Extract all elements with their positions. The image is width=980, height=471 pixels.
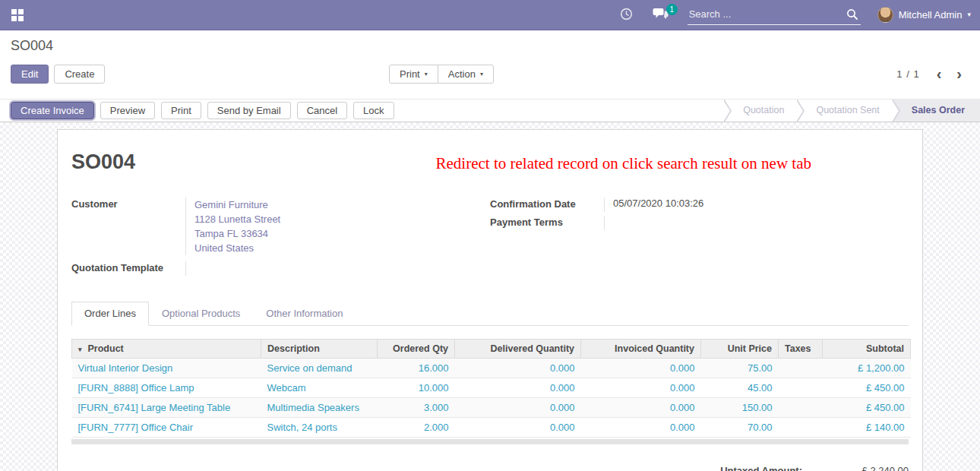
payment-terms-label: Payment Terms xyxy=(490,216,604,230)
table-row[interactable]: [FURN_8888] Office LampWebcam10.0000.000… xyxy=(72,378,911,398)
statusbar-lock-button[interactable]: Lock xyxy=(353,102,394,119)
confirmation-date-value: 05/07/2020 10:03:26 xyxy=(604,198,909,212)
control-panel-buttons-row: Edit Create Print▾ Action▾ 1 / 1 ‹ › xyxy=(11,62,969,85)
customer-address-line: Tampa FL 33634 xyxy=(194,226,490,241)
column-header-delivered-quantity[interactable]: Delivered Quantity xyxy=(455,340,581,359)
table-row[interactable]: [FURN_6741] Large Meeting TableMultimedi… xyxy=(72,398,911,418)
action-dropdown-button[interactable]: Action▾ xyxy=(438,65,494,84)
status-quotation[interactable]: Quotation xyxy=(723,100,796,122)
create-button[interactable]: Create xyxy=(54,65,105,84)
cell-delivered-quantity: 0.000 xyxy=(455,378,581,398)
annotation-note: Redirect to related record on click sear… xyxy=(436,150,811,173)
chevron-down-icon: ▾ xyxy=(480,71,483,77)
cell-description: Multimedia Speakers xyxy=(261,398,378,418)
statusbar-preview-button[interactable]: Preview xyxy=(100,102,155,119)
statusbar-create-invoice-button[interactable]: Create Invoice xyxy=(11,102,94,119)
column-header-subtotal[interactable]: Subtotal xyxy=(823,340,911,359)
customer-address-line: United States xyxy=(194,241,490,255)
customer-address-line: 1128 Lunetta Street xyxy=(194,212,490,226)
cell-description: Webcam xyxy=(261,378,378,398)
cell-delivered-quantity: 0.000 xyxy=(455,359,581,378)
breadcrumb: SO004 xyxy=(11,38,969,54)
status-quotation-sent[interactable]: Quotation Sent xyxy=(796,100,891,122)
user-name: Mitchell Admin xyxy=(899,9,963,21)
cell-ordered-qty: 3.000 xyxy=(378,398,455,418)
user-menu[interactable]: Mitchell Admin ▾ xyxy=(873,0,980,30)
statusbar-print-button[interactable]: Print xyxy=(161,102,201,119)
cell-invoiced-quantity: 0.000 xyxy=(581,378,701,398)
apps-menu-icon[interactable] xyxy=(0,0,35,30)
magnifier-icon[interactable] xyxy=(846,8,858,23)
statusbar-states: QuotationQuotation SentSales Order xyxy=(723,100,980,122)
order-lines-list: ▾ProductDescriptionOrdered QtyDelivered … xyxy=(71,339,909,444)
cell-taxes xyxy=(779,398,823,418)
field-group-left: Customer Gemini Furniture1128 Lunetta St… xyxy=(71,198,490,280)
column-header-unit-price[interactable]: Unit Price xyxy=(701,340,779,359)
pager-value: 1 / 1 xyxy=(896,68,919,80)
form-view-background: SO004 Redirect to related record on clic… xyxy=(0,122,980,471)
quotation-template-value xyxy=(185,261,490,276)
cell-invoiced-quantity: 0.000 xyxy=(581,398,701,418)
notebook-tabs: Order LinesOptional ProductsOther Inform… xyxy=(71,302,909,326)
cell-unit-price: 70.00 xyxy=(701,418,779,438)
global-search xyxy=(688,5,861,25)
cell-description: Switch, 24 ports xyxy=(261,418,378,438)
column-header-taxes[interactable]: Taxes xyxy=(779,340,823,359)
activities-button[interactable] xyxy=(610,0,643,30)
tab-other-information[interactable]: Other Information xyxy=(253,302,356,326)
field-group-right: Confirmation Date 05/07/2020 10:03:26 Pa… xyxy=(490,198,909,280)
pager-next-button[interactable]: › xyxy=(949,65,969,82)
customer-address-line: Gemini Furniture xyxy=(194,198,490,212)
status-sales-order[interactable]: Sales Order xyxy=(892,100,980,122)
cell-taxes xyxy=(779,359,823,378)
cell-product: [FURN_8888] Office Lamp xyxy=(72,378,261,398)
pager: 1 / 1 ‹ › xyxy=(896,65,969,82)
chevron-down-icon: ▾ xyxy=(425,71,428,77)
untaxed-amount-label: Untaxed Amount: xyxy=(720,465,802,471)
column-header-ordered-qty[interactable]: Ordered Qty xyxy=(378,340,455,359)
cell-product: Virtual Interior Design xyxy=(72,359,261,378)
cell-unit-price: 75.00 xyxy=(701,359,779,378)
column-header-description[interactable]: Description xyxy=(261,340,378,359)
tab-order-lines[interactable]: Order Lines xyxy=(71,302,149,326)
search-input[interactable] xyxy=(688,5,861,25)
cell-delivered-quantity: 0.000 xyxy=(455,398,581,418)
cell-subtotal: £ 1,200.00 xyxy=(823,359,911,378)
edit-button[interactable]: Edit xyxy=(11,65,49,84)
record-buttons: Edit Create xyxy=(11,65,105,84)
customer-label: Customer xyxy=(71,198,185,255)
action-dropdown-label: Action xyxy=(448,68,476,80)
messages-button[interactable]: 1 xyxy=(643,0,678,30)
column-header-invoiced-quantity[interactable]: Invoiced Quantity xyxy=(581,340,701,359)
control-panel: SO004 Edit Create Print▾ Action▾ 1 / 1 ‹… xyxy=(0,30,980,99)
grid-icon xyxy=(11,9,24,21)
cell-delivered-quantity: 0.000 xyxy=(455,418,581,438)
table-row[interactable]: [FURN_7777] Office ChairSwitch, 24 ports… xyxy=(72,418,911,438)
cell-subtotal: £ 140.00 xyxy=(823,418,911,438)
cell-description: Service on demand xyxy=(261,359,378,378)
print-dropdown-label: Print xyxy=(400,68,420,80)
print-dropdown-button[interactable]: Print▾ xyxy=(389,65,438,84)
sheet-header: SO004 Redirect to related record on clic… xyxy=(71,150,909,174)
payment-terms-value xyxy=(604,216,909,230)
statusbar: Create InvoicePreviewPrintSend by EmailC… xyxy=(0,99,980,122)
statusbar-buttons: Create InvoicePreviewPrintSend by EmailC… xyxy=(11,102,394,119)
cell-ordered-qty: 10.000 xyxy=(378,378,455,398)
action-dropdowns: Print▾ Action▾ xyxy=(389,65,494,84)
sort-caret-icon[interactable]: ▾ xyxy=(78,346,82,353)
customer-link[interactable]: Gemini Furniture1128 Lunetta StreetTampa… xyxy=(185,198,490,255)
tab-optional-products[interactable]: Optional Products xyxy=(149,302,253,326)
cell-subtotal: £ 450.00 xyxy=(823,378,911,398)
pager-previous-button[interactable]: ‹ xyxy=(929,65,950,82)
table-footer-bar xyxy=(71,439,909,444)
table-header: ▾ProductDescriptionOrdered QtyDelivered … xyxy=(72,340,911,359)
untaxed-amount-value: £ 2,240.00 xyxy=(839,465,909,471)
payment-terms-field: Payment Terms xyxy=(490,216,909,230)
table-row[interactable]: Virtual Interior DesignService on demand… xyxy=(72,359,911,378)
quotation-template-field: Quotation Template xyxy=(71,261,490,276)
column-header-product[interactable]: ▾Product xyxy=(72,340,261,359)
top-navbar: 1 Mitchell Admin ▾ xyxy=(0,0,980,30)
totals-section: Untaxed Amount: £ 2,240.00 xyxy=(71,465,909,471)
statusbar-send-by-email-button[interactable]: Send by Email xyxy=(207,102,291,119)
statusbar-cancel-button[interactable]: Cancel xyxy=(297,102,347,119)
